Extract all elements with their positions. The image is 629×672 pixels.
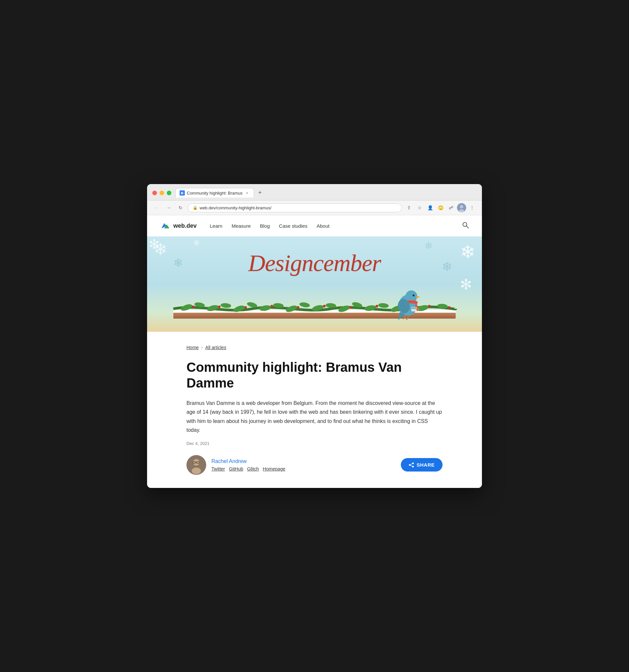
browser-window: ▶ Community highlight: Bramus × + ← → ↻ … bbox=[147, 184, 482, 488]
svg-point-29 bbox=[218, 306, 220, 308]
reload-button[interactable]: ↻ bbox=[176, 203, 185, 212]
share-button[interactable]: SHARE bbox=[401, 458, 443, 472]
svg-rect-49 bbox=[412, 307, 416, 309]
nav-case-studies[interactable]: Case studies bbox=[279, 223, 308, 229]
svg-point-32 bbox=[297, 306, 299, 309]
address-input[interactable]: 🔒 web.dev/community-highlight-bramus/ bbox=[188, 203, 402, 212]
svg-point-37 bbox=[428, 305, 431, 308]
tab-title: Community highlight: Bramus bbox=[187, 191, 242, 196]
nav-blog[interactable]: Blog bbox=[260, 223, 270, 229]
breadcrumb-separator: › bbox=[201, 345, 203, 350]
author-link-homepage[interactable]: Homepage bbox=[263, 466, 286, 472]
snowflake-3: ✻ bbox=[149, 237, 160, 252]
svg-point-14 bbox=[259, 305, 272, 312]
banner-shelf bbox=[147, 299, 482, 332]
bookmark-button[interactable]: ☆ bbox=[415, 203, 424, 212]
nav-about[interactable]: About bbox=[317, 223, 330, 229]
author-avatar-image bbox=[186, 455, 206, 475]
svg-point-52 bbox=[192, 467, 201, 474]
site-content: web.dev Learn Measure Blog Case studies … bbox=[147, 215, 482, 488]
hero-banner: ❄ ❄ ✻ ❄ ❄ ✻ ❄ ❄ Designcember bbox=[147, 237, 482, 332]
svg-marker-41 bbox=[416, 296, 420, 298]
snowflake-5: ❄ bbox=[442, 260, 452, 274]
tab-favicon: ▶ bbox=[180, 190, 185, 196]
browser-actions: ⇧ ☆ 👤 🙄 ☍ ⋮ bbox=[404, 203, 477, 212]
translate-button[interactable]: 👤 bbox=[425, 203, 435, 212]
svg-point-58 bbox=[412, 465, 414, 467]
share-page-button[interactable]: ⇧ bbox=[404, 203, 414, 212]
search-icon bbox=[462, 222, 469, 229]
svg-point-31 bbox=[271, 305, 273, 308]
author-link-twitter[interactable]: Twitter bbox=[211, 466, 225, 472]
nav-links: Learn Measure Blog Case studies About bbox=[210, 223, 462, 229]
logo-icon bbox=[160, 220, 171, 231]
author-links: Twitter GitHub Glitch Homepage bbox=[211, 466, 285, 472]
site-logo[interactable]: web.dev bbox=[160, 220, 196, 231]
breadcrumb-home[interactable]: Home bbox=[186, 345, 199, 350]
svg-point-17 bbox=[299, 302, 310, 308]
svg-point-1 bbox=[460, 205, 463, 208]
window-controls bbox=[152, 191, 171, 195]
tab-close-button[interactable]: × bbox=[244, 190, 250, 196]
svg-point-16 bbox=[285, 304, 298, 313]
search-button[interactable] bbox=[462, 222, 469, 230]
site-nav: web.dev Learn Measure Blog Case studies … bbox=[147, 215, 482, 237]
article-excerpt: Bramus Van Damme is a web developer from… bbox=[186, 399, 443, 434]
title-bar: ▶ Community highlight: Bramus × + bbox=[147, 184, 482, 200]
svg-point-33 bbox=[323, 305, 326, 308]
lock-icon: 🔒 bbox=[193, 206, 197, 210]
author-link-glitch[interactable]: Glitch bbox=[247, 466, 259, 472]
svg-line-7 bbox=[466, 226, 468, 228]
snowflake-7: ❄ bbox=[424, 240, 433, 251]
svg-point-30 bbox=[244, 306, 247, 309]
author-name[interactable]: Rachel Andrew bbox=[211, 458, 285, 464]
menu-button[interactable]: ⋮ bbox=[467, 203, 477, 212]
snowflake-1: ❄ bbox=[154, 240, 167, 259]
svg-point-42 bbox=[413, 294, 415, 296]
bird-svg bbox=[393, 284, 423, 320]
svg-point-43 bbox=[414, 295, 414, 295]
maximize-window-button[interactable] bbox=[167, 191, 171, 195]
active-tab[interactable]: ▶ Community highlight: Bramus × bbox=[175, 188, 254, 197]
svg-point-38 bbox=[448, 306, 450, 309]
nav-measure[interactable]: Measure bbox=[231, 223, 251, 229]
share-button-label: SHARE bbox=[417, 462, 435, 467]
svg-point-57 bbox=[409, 464, 410, 465]
author-row: Rachel Andrew Twitter GitHub Glitch Home… bbox=[186, 455, 443, 475]
snowflake-8: ❄ bbox=[193, 238, 200, 248]
back-button[interactable]: ← bbox=[152, 203, 162, 212]
svg-line-59 bbox=[410, 464, 412, 465]
hero-title: Designcember bbox=[248, 250, 381, 277]
svg-point-6 bbox=[463, 222, 467, 226]
svg-point-11 bbox=[220, 303, 231, 308]
breadcrumb-all-articles[interactable]: All articles bbox=[205, 345, 226, 350]
logo-text: web.dev bbox=[173, 222, 196, 230]
svg-point-28 bbox=[192, 306, 194, 308]
emoji-button[interactable]: 🙄 bbox=[436, 203, 445, 212]
snowflake-6: ✻ bbox=[460, 276, 472, 293]
tab-bar: ▶ Community highlight: Bramus × + bbox=[175, 188, 466, 197]
snowflake-2: ❄ bbox=[173, 256, 183, 269]
svg-point-22 bbox=[364, 305, 376, 312]
svg-point-23 bbox=[378, 303, 389, 308]
svg-point-10 bbox=[207, 304, 219, 312]
close-window-button[interactable] bbox=[152, 191, 157, 195]
minimize-window-button[interactable] bbox=[160, 191, 164, 195]
author-info: Rachel Andrew Twitter GitHub Glitch Home… bbox=[211, 458, 285, 472]
profile-button[interactable] bbox=[457, 203, 466, 212]
breadcrumb: Home › All articles bbox=[186, 345, 443, 350]
svg-line-60 bbox=[410, 465, 412, 466]
new-tab-button[interactable]: + bbox=[255, 188, 264, 197]
profile-avatar-icon bbox=[457, 203, 466, 212]
nav-learn[interactable]: Learn bbox=[210, 223, 222, 229]
address-bar: ← → ↻ 🔒 web.dev/community-highlight-bram… bbox=[147, 200, 482, 215]
svg-point-20 bbox=[337, 304, 350, 313]
forward-button[interactable]: → bbox=[164, 203, 173, 212]
svg-point-8 bbox=[180, 303, 193, 312]
svg-point-12 bbox=[232, 304, 245, 313]
svg-point-34 bbox=[349, 306, 352, 309]
article-title: Community highlight: Bramus Van Damme bbox=[186, 359, 443, 391]
extensions-button[interactable]: ☍ bbox=[446, 203, 456, 212]
svg-point-35 bbox=[376, 305, 378, 308]
author-link-github[interactable]: GitHub bbox=[229, 466, 243, 472]
